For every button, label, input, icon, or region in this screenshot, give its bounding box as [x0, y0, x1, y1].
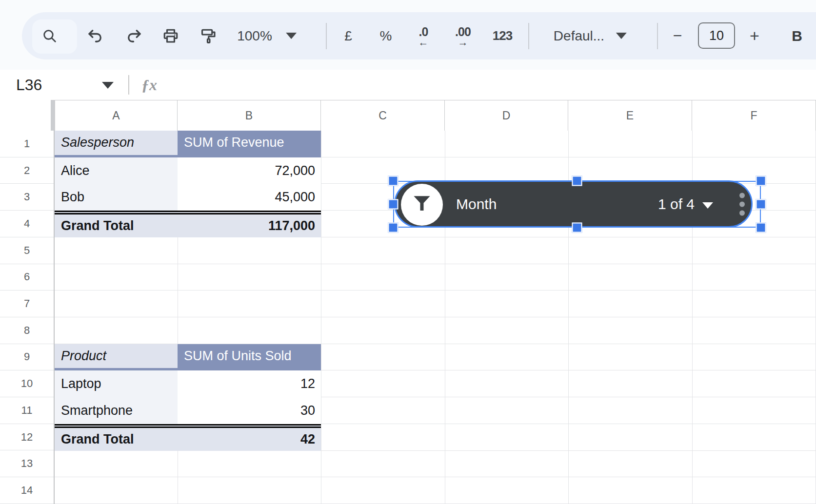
pivot2-row-label-cell[interactable]: Laptop: [55, 370, 178, 397]
decrease-decimal-button[interactable]: .0 ←: [419, 12, 428, 59]
row-header[interactable]: 13: [0, 450, 54, 477]
pivot2-row-value-cell[interactable]: 30: [178, 397, 321, 424]
slicer-month[interactable]: Month 1 of 4: [394, 180, 753, 228]
selection-handle-mid-right[interactable]: [756, 199, 766, 210]
more-vert-icon[interactable]: [739, 193, 745, 215]
font-name-value: Defaul...: [554, 28, 604, 44]
font-select[interactable]: Defaul...: [554, 12, 627, 59]
row-header[interactable]: 14: [0, 477, 54, 504]
pivot1-row-value-cell[interactable]: 72,000: [178, 157, 321, 184]
pivot1-grand-total-row: Grand Total 117,000: [55, 211, 321, 237]
decrease-font-size-button[interactable]: −: [673, 12, 682, 59]
pivot2-grand-total-row: Grand Total 42: [55, 424, 321, 451]
filter-icon: [412, 193, 432, 216]
pivot1-header-value-cell[interactable]: SUM of Revenue: [178, 131, 321, 157]
pivot2-row-value-cell[interactable]: 12: [178, 370, 321, 397]
formula-bar-divider: [128, 75, 129, 95]
selection-handle-mid-left[interactable]: [388, 199, 398, 210]
pivot-table-units: Product SUM of Units Sold Laptop 12 Smar…: [55, 344, 321, 451]
pivot1-row-value-cell[interactable]: 45,000: [178, 184, 321, 211]
search-button[interactable]: [41, 12, 58, 59]
pivot1-header-label-cell[interactable]: Salesperson: [55, 131, 178, 157]
row-headers: 1234567891011121314: [0, 131, 55, 504]
chevron-down-icon[interactable]: [102, 82, 114, 89]
row-header[interactable]: 7: [0, 291, 54, 317]
row-header[interactable]: 2: [0, 157, 54, 184]
percent-format-button[interactable]: %: [380, 12, 392, 59]
percent-label: %: [380, 28, 392, 44]
pivot2-row: Smartphone 30: [55, 397, 321, 424]
zoom-select[interactable]: 100%: [237, 12, 297, 59]
column-header-a[interactable]: A: [55, 100, 178, 131]
slicer-status[interactable]: 1 of 4: [658, 182, 695, 226]
column-header-e[interactable]: E: [568, 100, 692, 131]
name-box[interactable]: L36: [16, 70, 42, 100]
selection-handle-bottom-left[interactable]: [388, 223, 398, 233]
pivot1-row-label-cell[interactable]: Alice: [55, 157, 178, 184]
decrease-decimal-icon: .0 ←: [419, 25, 428, 39]
redo-icon: [125, 27, 143, 45]
name-box-value: L36: [16, 76, 42, 94]
bold-button[interactable]: B: [792, 12, 802, 59]
pivot1-total-value-cell[interactable]: 117,000: [178, 214, 321, 237]
row-header[interactable]: 9: [0, 344, 54, 371]
minus-icon: −: [673, 27, 682, 45]
column-header-c[interactable]: C: [321, 100, 445, 131]
increase-decimal-icon: .00 →: [455, 25, 471, 39]
slicer-title: Month: [456, 182, 497, 226]
toolbar-divider: [657, 23, 658, 49]
chevron-down-icon: [616, 33, 627, 39]
pivot1-row: Alice 72,000: [55, 157, 321, 184]
row-header[interactable]: 8: [0, 317, 54, 344]
undo-button[interactable]: [86, 12, 104, 59]
row-header[interactable]: 12: [0, 424, 54, 451]
pivot2-row-label-cell[interactable]: Smartphone: [55, 397, 178, 424]
pivot2-total-label-cell[interactable]: Grand Total: [55, 428, 178, 451]
search-icon: [41, 28, 58, 44]
chevron-down-icon[interactable]: [702, 202, 713, 209]
column-header-f[interactable]: F: [692, 100, 816, 131]
column-header-b[interactable]: B: [178, 100, 321, 131]
fx-icon[interactable]: ƒx: [141, 70, 157, 100]
toolbar-divider: [326, 23, 327, 49]
paint-format-button[interactable]: [200, 12, 218, 59]
toolbar: 100% £ % .0 ← .00 → 123 Defaul...: [0, 0, 816, 70]
pivot2-row: Laptop 12: [55, 370, 321, 397]
font-size-value: 10: [709, 28, 724, 43]
increase-decimal-button[interactable]: .00 →: [455, 12, 471, 59]
chevron-down-icon: [286, 33, 297, 39]
formula-bar: L36 ƒx: [0, 70, 816, 100]
print-button[interactable]: [162, 12, 179, 59]
pivot2-header-label-cell[interactable]: Product: [55, 344, 178, 371]
font-size-input[interactable]: 10: [698, 22, 735, 49]
selection-handle-top-left[interactable]: [388, 176, 398, 186]
row-header[interactable]: 5: [0, 237, 54, 264]
spreadsheet-app: 100% £ % .0 ← .00 → 123 Defaul...: [0, 0, 816, 504]
redo-button[interactable]: [125, 12, 143, 59]
selection-handle-top-right[interactable]: [756, 176, 766, 186]
undo-icon: [86, 27, 104, 45]
row-header[interactable]: 11: [0, 397, 54, 424]
selection-handle-bottom-right[interactable]: [756, 223, 766, 233]
row-header[interactable]: 4: [0, 211, 54, 237]
pivot2-total-value-cell[interactable]: 42: [178, 428, 321, 451]
increase-font-size-button[interactable]: +: [750, 12, 759, 59]
more-formats-button[interactable]: 123: [493, 12, 512, 59]
select-all-corner[interactable]: [0, 100, 55, 135]
plus-icon: +: [750, 26, 759, 45]
pivot1-row: Bob 45,000: [55, 184, 321, 211]
row-header[interactable]: 6: [0, 264, 54, 291]
row-header[interactable]: 10: [0, 370, 54, 397]
selection-handle-top-mid[interactable]: [572, 176, 582, 186]
paint-roller-icon: [200, 27, 218, 45]
row-header[interactable]: 3: [0, 184, 54, 211]
pivot1-total-label-cell[interactable]: Grand Total: [55, 214, 178, 237]
currency-format-button[interactable]: £: [344, 12, 352, 59]
row-header[interactable]: 1: [0, 131, 54, 157]
selection-handle-bottom-mid[interactable]: [572, 223, 582, 233]
column-header-d[interactable]: D: [445, 100, 568, 131]
pivot2-header-value-cell[interactable]: SUM of Units Sold: [178, 344, 321, 371]
zoom-value: 100%: [237, 28, 272, 44]
filter-icon-circle: [401, 184, 443, 226]
pivot1-row-label-cell[interactable]: Bob: [55, 184, 178, 211]
